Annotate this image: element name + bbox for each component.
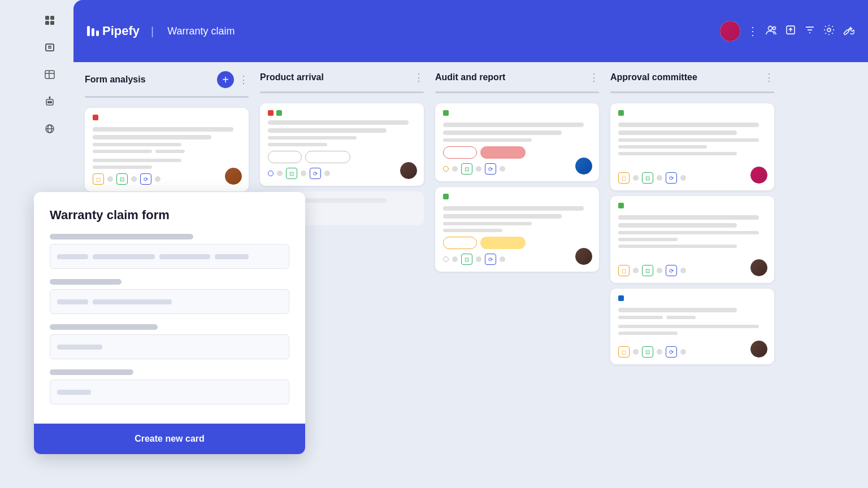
card-footer: ◻ ⊡ ⟳ [618, 265, 766, 276]
card-action-icons: ◻ ⊡ ⟳ [618, 346, 686, 358]
card-icon-dot [633, 349, 639, 355]
create-new-card-button[interactable]: Create new card [34, 424, 305, 454]
input-placeholder [215, 254, 249, 259]
settings-icon[interactable] [823, 24, 835, 39]
card-line [618, 123, 759, 127]
card-footer: ◻ ⊡ ⟳ [618, 346, 766, 358]
card-icon-move[interactable]: ⟳ [310, 168, 321, 179]
form-input-4[interactable] [50, 380, 289, 404]
sidebar-icon-list[interactable] [38, 36, 61, 59]
export-icon[interactable] [784, 24, 797, 39]
sidebar-icon-table[interactable] [38, 63, 61, 86]
column-approval-committee: Approval committee ⋮ ◻ ⊡ [610, 71, 774, 479]
card-icon-dot3 [680, 349, 686, 355]
form-input-2[interactable] [50, 289, 289, 314]
form-label-3 [50, 324, 158, 330]
card-approval-2[interactable]: ◻ ⊡ ⟳ [610, 196, 774, 283]
card-line [618, 332, 678, 335]
card-line [618, 130, 737, 135]
wrench-icon[interactable] [842, 24, 854, 39]
card-icon-dot [633, 175, 639, 181]
header-divider: | [151, 25, 154, 38]
card-icon-attach[interactable]: ◻ [93, 173, 104, 185]
card-icon-attach[interactable]: ◻ [618, 265, 630, 276]
column-menu-audit-report[interactable]: ⋮ [589, 71, 599, 84]
card-line [93, 135, 211, 140]
card-icon-check[interactable]: ⊡ [286, 168, 297, 179]
card-priority-dot [93, 115, 98, 120]
column-menu-product-arrival[interactable]: ⋮ [414, 71, 424, 84]
svg-point-12 [50, 102, 51, 103]
sidebar-icon-bot[interactable] [38, 90, 61, 113]
header-avatar[interactable] [720, 21, 740, 41]
card-line [618, 238, 678, 241]
card-icon-move[interactable]: ⟳ [140, 173, 151, 185]
card-icon-check[interactable]: ⊡ [116, 173, 128, 185]
card-icon-dot3 [680, 175, 686, 181]
card-icon-dot2 [476, 166, 481, 172]
card-audit-1[interactable]: ⊡ ⟳ [435, 103, 599, 181]
card-icon-move[interactable]: ⟳ [666, 346, 677, 358]
card-form-analysis-1[interactable]: ◻ ⊡ ⟳ [85, 108, 249, 191]
card-line [618, 215, 759, 220]
card-icon-check[interactable]: ⊡ [642, 265, 653, 276]
form-group-2 [50, 279, 289, 314]
sidebar-icon-globe[interactable] [38, 117, 61, 140]
card-footer: ⊡ ⟳ [443, 254, 591, 265]
card-content [93, 127, 241, 169]
card-tags [268, 151, 416, 163]
column-menu-form-analysis[interactable]: ⋮ [238, 73, 249, 86]
card-audit-2[interactable]: ⊡ ⟳ [435, 187, 599, 272]
card-line [93, 143, 181, 146]
card-avatar [575, 158, 592, 175]
card-icon-attach[interactable]: ◻ [618, 172, 630, 184]
card-icon-check[interactable]: ⊡ [461, 254, 472, 265]
input-placeholder [57, 254, 88, 259]
card-line [443, 130, 562, 135]
card-line [443, 206, 584, 211]
card-icon-1 [443, 166, 449, 172]
card-icon-check[interactable]: ⊡ [642, 346, 653, 358]
form-input-3[interactable] [50, 334, 289, 359]
card-tag-2 [480, 237, 526, 249]
card-line [268, 136, 357, 140]
card-icon-dot [107, 176, 113, 182]
card-icon-dot2 [657, 349, 662, 355]
svg-rect-2 [45, 21, 49, 25]
svg-rect-7 [45, 71, 54, 79]
card-dot-blue [618, 295, 624, 301]
card-icon-check[interactable]: ⊡ [642, 172, 653, 184]
card-approval-3[interactable]: ◻ ⊡ ⟳ [610, 289, 774, 364]
input-placeholder [93, 299, 172, 304]
card-icon-move[interactable]: ⟳ [666, 172, 677, 184]
create-card-label: Create new card [134, 434, 205, 444]
card-tag-1 [443, 237, 477, 249]
card-icon-move[interactable]: ⟳ [485, 254, 496, 265]
card-line [93, 159, 181, 162]
svg-point-18 [769, 26, 772, 30]
card-approval-1[interactable]: ◻ ⊡ ⟳ [610, 103, 774, 190]
card-line [268, 128, 387, 133]
card-tags [443, 146, 591, 159]
column-underline-form-analysis [85, 96, 249, 98]
card-line [618, 138, 759, 142]
card-action-icons: ◻ ⊡ ⟳ [618, 265, 686, 276]
card-icon-move[interactable]: ⟳ [666, 265, 677, 276]
card-icon-dot2 [657, 175, 662, 181]
card-icon-move[interactable]: ⟳ [485, 163, 496, 175]
card-icon-check[interactable]: ⊡ [461, 163, 472, 175]
card-icon-dot [633, 268, 639, 273]
card-icon-attach[interactable]: ◻ [618, 346, 630, 358]
header-more-icon[interactable]: ⋮ [747, 24, 758, 38]
column-menu-approval[interactable]: ⋮ [764, 71, 774, 84]
card-product-arrival-1[interactable]: ⊡ ⟳ [260, 103, 424, 186]
sidebar-icon-grid[interactable] [38, 9, 61, 32]
filter-icon[interactable] [804, 24, 816, 39]
input-placeholder [57, 390, 91, 395]
card-icon-dot2 [301, 171, 306, 176]
form-input-1[interactable] [50, 244, 289, 269]
logo-area: Pipefy | Warranty claim [87, 24, 235, 38]
people-icon[interactable] [765, 24, 778, 39]
card-avatar [400, 162, 417, 179]
add-card-button-form-analysis[interactable]: + [217, 71, 234, 88]
